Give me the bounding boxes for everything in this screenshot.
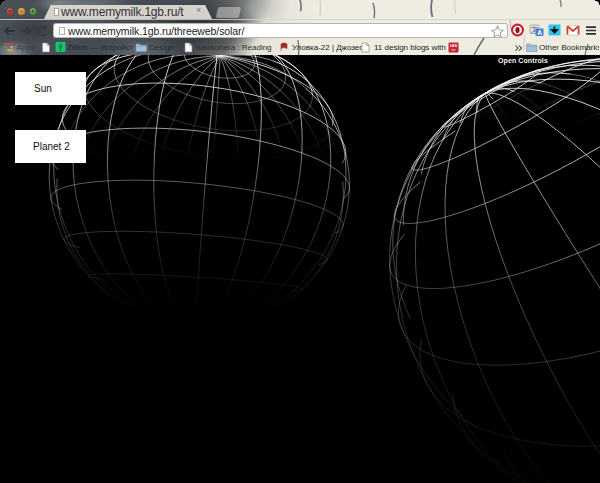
svg-text:A: A bbox=[537, 29, 542, 36]
svg-text:ne: ne bbox=[452, 48, 456, 52]
